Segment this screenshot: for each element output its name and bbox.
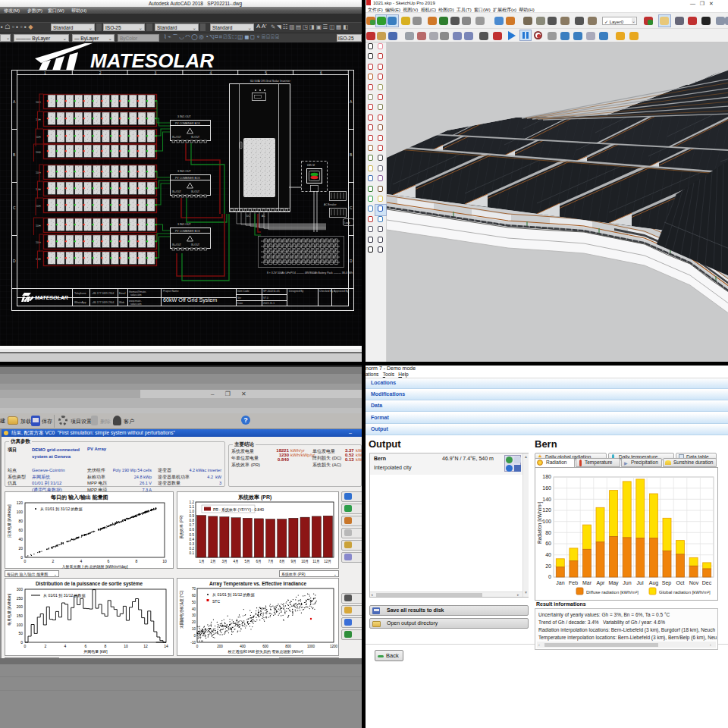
svg-text:+86 177 5699 2904: +86 177 5699 2904 <box>92 292 114 295</box>
svg-text:0: 0 <box>24 559 27 563</box>
svg-text:Jul: Jul <box>637 580 644 585</box>
svg-text:10串: 10串 <box>36 136 41 139</box>
svg-text:2022-11-1: 2022-11-1 <box>263 302 275 305</box>
svg-text:Checked By: Checked By <box>319 290 334 293</box>
svg-text:Item Code: Item Code <box>237 290 249 293</box>
svg-text:PV COMBINER BOX: PV COMBINER BOX <box>175 230 201 233</box>
svg-text:0: 0 <box>196 645 199 648</box>
svg-text:1.2: 1.2 <box>190 500 195 504</box>
svg-text:80: 80 <box>18 519 23 523</box>
svg-text:系统效率 (PR): 系统效率 (PR) <box>179 515 184 539</box>
svg-text:系统效率 (PR): 系统效率 (PR) <box>237 494 271 500</box>
svg-text:12: 12 <box>143 644 148 648</box>
svg-text:IN+/OUT: IN+/OUT <box>172 136 181 139</box>
svg-text:从 01/01 到 31/12 的数据: 从 01/01 到 31/12 的数据 <box>43 593 86 598</box>
svg-text:Apr: Apr <box>597 580 606 586</box>
svg-text:180: 180 <box>542 474 551 479</box>
svg-text:60: 60 <box>18 528 23 532</box>
svg-text:PV COMBINER BOX: PV COMBINER BOX <box>175 122 201 125</box>
svg-text:3 IN/1 OUT: 3 IN/1 OUT <box>177 170 192 173</box>
svg-text:4月: 4月 <box>233 560 238 564</box>
svg-text:4: 4 <box>64 644 67 648</box>
svg-text:AC Breaker: AC Breaker <box>324 203 337 206</box>
svg-text:每月电量 [kWh/bin]: 每月电量 [kWh/bin] <box>7 593 12 626</box>
svg-text:Feb: Feb <box>569 580 578 585</box>
svg-text:Jun: Jun <box>623 580 631 585</box>
svg-text:0: 0 <box>20 640 23 645</box>
svg-text:0: 0 <box>24 644 27 648</box>
svg-text:IN+/OUT: IN+/OUT <box>172 190 181 193</box>
svg-text:3 IN/1 OUT: 3 IN/1 OUT <box>177 223 192 226</box>
svg-text:Date: Date <box>237 302 243 305</box>
svg-text:60: 60 <box>545 541 551 546</box>
svg-text:IN-/OUT: IN-/OUT <box>191 190 199 193</box>
svg-text:80: 80 <box>545 530 551 535</box>
svg-text:10串: 10串 <box>36 171 41 174</box>
svg-text:0.4: 0.4 <box>190 538 195 541</box>
svg-text:60 kVA Off-Grid Solar Inverter: 60 kVA Off-Grid Solar Inverter <box>250 79 290 83</box>
svg-text:120: 120 <box>17 500 24 505</box>
svg-text:Distribution de la puissance d: Distribution de la puissance de sortie s… <box>36 581 143 587</box>
svg-text:30: 30 <box>192 613 196 617</box>
svg-text:10串: 10串 <box>36 101 41 104</box>
svg-text:6月: 6月 <box>256 560 261 564</box>
svg-text:5月: 5月 <box>244 560 249 564</box>
svg-text:C: C <box>13 206 16 210</box>
svg-text:并网电量 [kW]: 并网电量 [kW] <box>83 649 108 654</box>
svg-text:Radiation [kWh/m²]: Radiation [kWh/m²] <box>537 502 543 544</box>
svg-text:0.9: 0.9 <box>190 514 195 518</box>
svg-text:70: 70 <box>192 587 196 591</box>
svg-text:0.7: 0.7 <box>190 523 195 527</box>
svg-text:0: 0 <box>548 574 551 579</box>
svg-text:160: 160 <box>542 485 551 491</box>
svg-text:从 01/01 到 31/12 的数据: 从 01/01 到 31/12 的数据 <box>212 592 255 598</box>
svg-text:DC: DC <box>246 215 250 218</box>
svg-text:10串: 10串 <box>36 241 41 244</box>
svg-text:200: 200 <box>217 645 223 648</box>
svg-text:May: May <box>608 580 619 586</box>
svg-text:IN-/OUT: IN-/OUT <box>191 136 199 139</box>
svg-text:D: D <box>350 259 353 263</box>
svg-text:Designed By: Designed By <box>289 290 304 293</box>
svg-text:WhatsApp: WhatsApp <box>74 301 86 304</box>
svg-text:5: 5 <box>265 71 267 75</box>
svg-text:4: 4 <box>80 559 83 563</box>
svg-text:6: 6 <box>108 559 110 563</box>
svg-text:140: 140 <box>542 497 551 502</box>
svg-text:0.8: 0.8 <box>190 519 195 522</box>
svg-text:40: 40 <box>18 537 23 541</box>
svg-text:0.1: 0.1 <box>190 551 195 555</box>
svg-text:PV COMBINER BOX: PV COMBINER BOX <box>175 177 201 180</box>
svg-text:0.6: 0.6 <box>190 528 195 532</box>
svg-text:3 IN/1 OUT: 3 IN/1 OUT <box>177 115 192 118</box>
svg-text:120: 120 <box>542 507 551 513</box>
svg-text:IN-/OUT: IN-/OUT <box>191 243 199 246</box>
svg-text:10串: 10串 <box>36 188 41 191</box>
svg-text:8: 8 <box>136 559 138 563</box>
svg-text:100: 100 <box>17 510 24 514</box>
svg-text:Array Temperature vs. Effectiv: Array Temperature vs. Effective Irradian… <box>209 581 307 587</box>
svg-text:20: 20 <box>18 546 23 551</box>
svg-text:1: 1 <box>44 71 46 75</box>
svg-text:Web: Web <box>119 301 124 304</box>
svg-text:10: 10 <box>162 559 167 563</box>
svg-text:150: 150 <box>17 613 24 618</box>
svg-text:6: 6 <box>85 644 87 648</box>
svg-text:9月: 9月 <box>290 560 296 564</box>
svg-text:STC: STC <box>212 599 220 604</box>
svg-text:8 × 3.2V 100Ah LiFePO4 ——— 48V: 8 × 3.2V 100Ah LiFePO4 ——— 48V/800Ah Bat… <box>267 271 353 275</box>
svg-text:kWh M: kWh M <box>307 164 315 167</box>
svg-text:每日的 输入/输出 能量图: 每日的 输入/输出 能量图 <box>50 494 108 500</box>
svg-text:100: 100 <box>17 623 24 627</box>
svg-text:300: 300 <box>17 587 24 592</box>
svg-text:Nov: Nov <box>689 580 699 585</box>
svg-text:7月: 7月 <box>268 560 273 564</box>
svg-text:10串: 10串 <box>36 118 41 121</box>
svg-text:20: 20 <box>545 563 551 569</box>
svg-text:50: 50 <box>192 601 196 604</box>
svg-text:MATESOLAR: MATESOLAR <box>90 49 214 72</box>
svg-text:2月: 2月 <box>210 560 215 564</box>
svg-text:4: 4 <box>209 71 212 75</box>
svg-text:0: 0 <box>193 634 196 638</box>
svg-text:14: 14 <box>164 644 168 648</box>
